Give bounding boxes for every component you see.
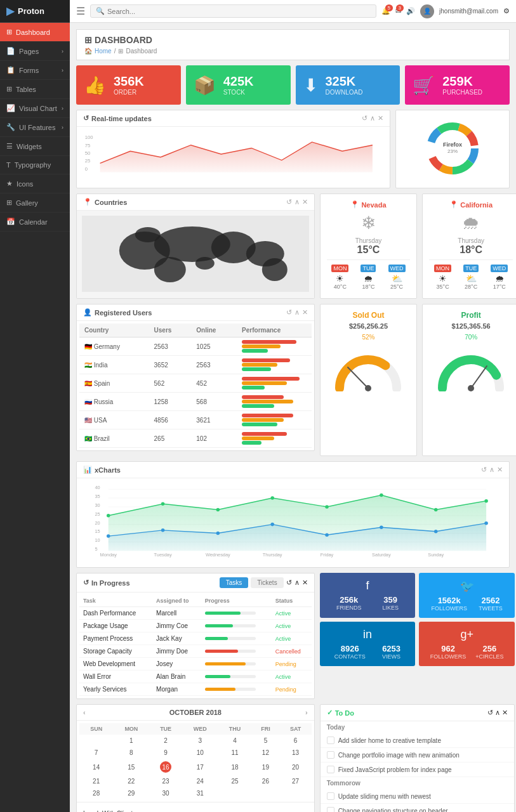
cal-day-cell[interactable]: 20	[280, 759, 312, 775]
cal-day-cell[interactable]: 10	[182, 747, 218, 759]
cal-day-cell[interactable]: 9	[149, 747, 182, 759]
col-users: Users	[149, 324, 192, 337]
cal-mon: MON ☀ 35°C	[429, 264, 456, 290]
expand-icon[interactable]: ∧	[489, 466, 494, 474]
sidebar-item-visual-chart[interactable]: 📈Visual Chart ›	[0, 99, 70, 118]
refresh-icon[interactable]: ↺	[481, 466, 487, 474]
cal-day-cell[interactable]: 14	[79, 759, 113, 775]
cal-next[interactable]: ›	[305, 709, 308, 716]
sidebar-item-tables[interactable]: ⊞Tables	[0, 80, 70, 99]
cal-day-cell[interactable]: 29	[113, 787, 149, 799]
status-cell: Cancelled	[272, 645, 312, 658]
cal-day-cell[interactable]: 22	[113, 775, 149, 787]
todo-check-1[interactable]	[327, 737, 334, 744]
mail-badge[interactable]: ✉3	[395, 7, 401, 15]
close-icon[interactable]: ✕	[497, 466, 503, 474]
progress-cell	[201, 658, 272, 671]
cal-day-cell[interactable]: 17	[182, 759, 218, 775]
expand-icon[interactable]: ∧	[294, 308, 300, 317]
close-icon[interactable]: ✕	[302, 579, 308, 587]
expand-icon[interactable]: ∧	[495, 709, 500, 716]
refresh-icon[interactable]: ↺	[286, 308, 292, 317]
cal-day-cell[interactable]: 27	[280, 775, 312, 787]
sidebar-item-gallery[interactable]: ⊞Gallery	[0, 193, 70, 213]
tasks-tab[interactable]: Tasks	[220, 577, 249, 588]
close-icon[interactable]: ✕	[502, 709, 508, 716]
perf-cell	[237, 356, 312, 374]
refresh-icon[interactable]: ↺	[286, 579, 292, 587]
cal-day-cell[interactable]: 13	[280, 747, 312, 759]
expand-icon[interactable]: ∧	[370, 114, 375, 122]
todo-check-4[interactable]	[327, 792, 334, 800]
todo-check-5[interactable]	[327, 807, 334, 812]
cal-day-cell[interactable]: 30	[149, 787, 182, 799]
cal-day-cell[interactable]: 6	[280, 735, 312, 747]
cal-day-cell[interactable]: 12	[251, 747, 279, 759]
status-cell: Active	[272, 671, 312, 683]
assigned-cell: Jack Kay	[152, 632, 201, 645]
cal-day-cell[interactable]: 8	[113, 747, 149, 759]
breadcrumb-icon: ⊞	[118, 48, 123, 55]
cal-day-cell[interactable]: 18	[218, 759, 251, 775]
world-map	[77, 211, 314, 298]
sidebar-item-icons[interactable]: ★Icons	[0, 174, 70, 193]
sidebar-item-calendar[interactable]: 📅Calendar	[0, 213, 70, 232]
country-cell: 🇩🇪 Germany	[79, 337, 149, 356]
cal-day-cell[interactable]: 15	[113, 759, 149, 775]
progress-cell	[201, 607, 272, 620]
settings-icon[interactable]: ⚙	[503, 7, 510, 15]
cal-day-cell[interactable]: 3	[182, 735, 218, 747]
search-box[interactable]: 🔍	[90, 4, 376, 18]
refresh-icon[interactable]: ↺	[362, 114, 367, 122]
search-input[interactable]	[107, 8, 371, 15]
sound-icon[interactable]: 🔊	[406, 7, 415, 15]
todo-check-2[interactable]	[327, 751, 334, 759]
sidebar-item-widgets[interactable]: ☰Widgets	[0, 137, 70, 156]
cal-day-cell[interactable]: 31	[182, 787, 218, 799]
cal-day-cell[interactable]: 11	[218, 747, 251, 759]
breadcrumb-home[interactable]: Home	[95, 48, 112, 55]
expand-icon[interactable]: ∧	[294, 198, 300, 206]
cal-day-cell[interactable]: 23	[149, 775, 182, 787]
todo-item-4: Update sliding menu with newest	[321, 789, 514, 804]
close-icon[interactable]: ✕	[378, 114, 383, 122]
cal-day-cell[interactable]: 1	[113, 735, 149, 747]
cal-day-cell[interactable]: 21	[79, 775, 113, 787]
sidebar-item-ui-features[interactable]: 🔧UI Features ›	[0, 118, 70, 137]
notification-badge[interactable]: 🔔5	[381, 7, 390, 15]
users-cell: 1258	[149, 393, 192, 411]
stat-stock: 📦 425KSTOCK	[186, 65, 291, 105]
close-icon[interactable]: ✕	[302, 308, 308, 317]
cal-day-cell[interactable]: 25	[218, 775, 251, 787]
sidebar-item-dashboard[interactable]: ⊞Dashboard	[0, 23, 70, 42]
cal-day-cell[interactable]: 28	[79, 787, 113, 799]
linkedin-card: in 8926CONTACTS 6253VIEWS	[320, 622, 416, 666]
cal-day-cell[interactable]: 16	[149, 759, 182, 775]
cal-day-cell[interactable]: 24	[182, 775, 218, 787]
todo-check-3[interactable]	[327, 766, 334, 773]
task-name-cell: Yearly Services	[79, 683, 152, 696]
cal-day-cell[interactable]: 5	[251, 735, 279, 747]
menu-toggle-icon[interactable]: ☰	[76, 5, 85, 17]
cal-prev[interactable]: ‹	[83, 709, 86, 716]
cal-day-cell[interactable]: 19	[251, 759, 279, 775]
sidebar-item-pages[interactable]: 📄Pages ›	[0, 42, 70, 61]
tasks-table: Task Assigned to Progress Status Dash Pe…	[79, 595, 312, 696]
task-name-cell: Wall Error	[79, 671, 152, 683]
countries-widget: 📍 Countries ↺ ∧ ✕	[76, 193, 315, 299]
tickets-tab[interactable]: Tickets	[251, 577, 283, 588]
task-name-cell: Dash Performance	[79, 607, 152, 620]
avatar[interactable]: 👤	[420, 4, 434, 18]
refresh-icon[interactable]: ↺	[487, 709, 493, 716]
linkedin-stats: 8926CONTACTS 6253VIEWS	[326, 644, 409, 660]
cal-day-cell[interactable]: 7	[79, 747, 113, 759]
cal-day-cell[interactable]: 26	[251, 775, 279, 787]
sidebar-item-forms[interactable]: 📋Forms ›	[0, 61, 70, 80]
close-icon[interactable]: ✕	[302, 198, 308, 206]
cal-day-cell[interactable]: 4	[218, 735, 251, 747]
sidebar-item-typography[interactable]: TTypography	[0, 156, 70, 174]
expand-icon[interactable]: ∧	[294, 579, 300, 587]
cal-day-cell[interactable]: 2	[149, 735, 182, 747]
calendar-icon: 📅	[6, 218, 15, 226]
refresh-icon[interactable]: ↺	[286, 198, 292, 206]
